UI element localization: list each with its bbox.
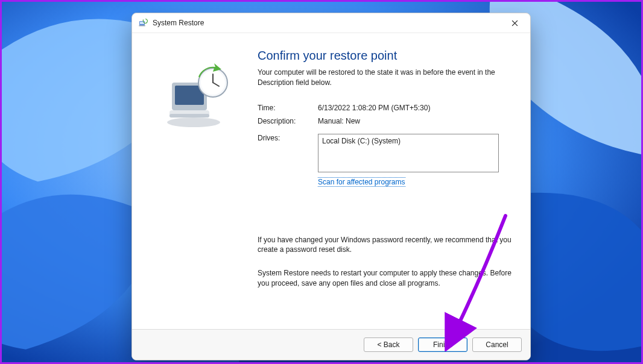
page-heading: Confirm your restore point	[258, 49, 513, 63]
wizard-content: Confirm your restore point Your computer…	[252, 44, 513, 329]
restart-note: System Restore needs to restart your com…	[258, 268, 513, 289]
restore-illustration-icon	[161, 62, 233, 130]
svg-rect-8	[169, 114, 209, 118]
finish-button[interactable]: Finish	[418, 337, 467, 352]
time-row: Time: 6/13/2022 1:08:20 PM (GMT+5:30)	[258, 104, 513, 112]
password-note: If you have changed your Windows passwor…	[258, 235, 513, 256]
time-label: Time:	[258, 104, 318, 112]
drives-list-item[interactable]: Local Disk (C:) (System)	[322, 137, 495, 145]
desktop-background: System Restore	[0, 0, 643, 364]
description-label: Description:	[258, 117, 318, 125]
drives-label: Drives:	[258, 134, 318, 142]
drives-listbox[interactable]: Local Disk (C:) (System)	[318, 134, 499, 172]
close-button[interactable]	[502, 14, 527, 31]
drives-value-container: Local Disk (C:) (System) Scan for affect…	[318, 134, 513, 187]
system-restore-icon	[138, 18, 148, 28]
description-row: Description: Manual: New	[258, 117, 513, 125]
titlebar: System Restore	[132, 13, 530, 33]
description-value: Manual: New	[318, 117, 513, 125]
svg-point-4	[167, 118, 220, 127]
system-restore-window: System Restore	[131, 13, 531, 360]
wizard-footer: < Back Finish Cancel	[132, 329, 530, 360]
page-subheading: Your computer will be restored to the st…	[258, 67, 513, 88]
drives-row: Drives: Local Disk (C:) (System) Scan fo…	[258, 134, 513, 187]
svg-rect-3	[139, 25, 145, 27]
window-body: Confirm your restore point Your computer…	[132, 33, 530, 329]
time-value: 6/13/2022 1:08:20 PM (GMT+5:30)	[318, 104, 513, 112]
scan-affected-programs-link[interactable]: Scan for affected programs	[318, 177, 405, 187]
cancel-button[interactable]: Cancel	[472, 337, 522, 352]
window-title: System Restore	[153, 19, 502, 27]
back-button[interactable]: < Back	[364, 337, 413, 352]
wizard-sidebar	[143, 44, 252, 329]
